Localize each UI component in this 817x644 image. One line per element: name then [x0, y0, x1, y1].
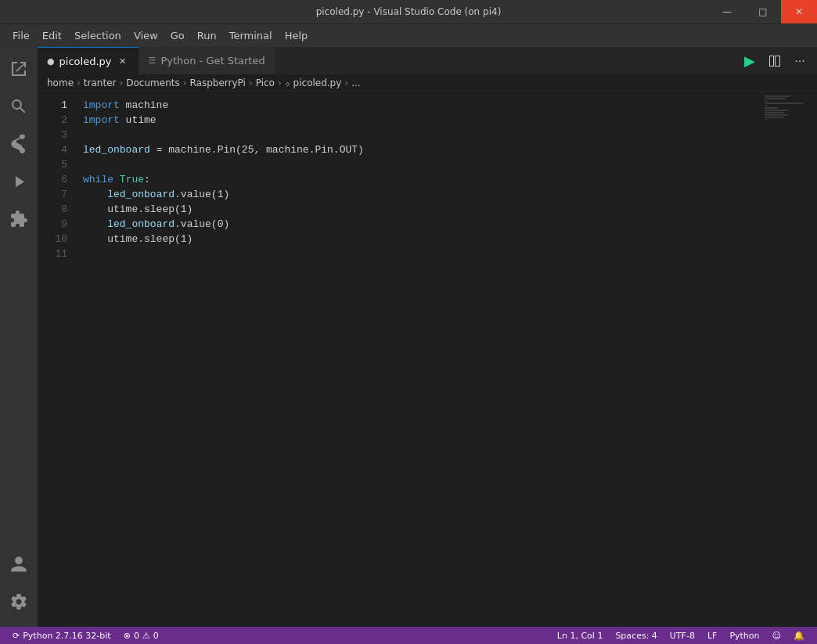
split-editor-button[interactable]: [764, 50, 786, 72]
breadcrumb: home › tranter › Documents › RaspberryPi…: [38, 74, 817, 92]
activity-bottom: [0, 545, 38, 627]
title-bar: picoled.py - Visual Studio Code (on pi4)…: [0, 0, 817, 23]
python-version-icon: ⟳: [13, 631, 20, 641]
line-num-2: 2: [38, 113, 77, 128]
breadcrumb-raspberrypi[interactable]: RaspberryPi: [190, 77, 246, 88]
menu-bar: FileEditSelectionViewGoRunTerminalHelp: [0, 23, 817, 47]
status-bell[interactable]: 🔔: [787, 627, 811, 644]
menu-item-run[interactable]: Run: [191, 27, 223, 45]
code-line-8: utime.sleep(1): [77, 202, 759, 217]
tab-python-get-started[interactable]: ☰ Python - Get Started: [139, 47, 275, 74]
code-line-3: [77, 128, 759, 142]
status-spaces[interactable]: Spaces: 4: [609, 627, 663, 644]
line-num-3: 3: [38, 128, 77, 142]
run-button[interactable]: ▶: [739, 50, 761, 72]
status-right: Ln 1, Col 1 Spaces: 4 UTF-8 LF Python ☺ …: [551, 627, 811, 644]
main-layout: ● picoled.py ✕ ☰ Python - Get Started ▶ …: [0, 47, 817, 627]
code-line-2: import utime: [77, 113, 759, 128]
tab-close-picoled[interactable]: ✕: [117, 55, 129, 67]
title-bar-text: picoled.py - Visual Studio Code (on pi4): [316, 6, 502, 17]
status-position[interactable]: Ln 1, Col 1: [551, 627, 610, 644]
line-num-9: 9: [38, 217, 77, 232]
code-line-10: utime.sleep(1): [77, 232, 759, 246]
line-num-10: 10: [38, 232, 77, 246]
line-num-4: 4: [38, 142, 77, 157]
line-num-8: 8: [38, 202, 77, 217]
code-line-9: led_onboard.value(0): [77, 217, 759, 232]
status-bar: ⟳ Python 2.7.16 32-bit ⊗ 0 ⚠ 0 Ln 1, Col…: [0, 627, 817, 644]
breadcrumb-documents[interactable]: Documents: [126, 77, 179, 88]
tab-picoled[interactable]: ● picoled.py ✕: [38, 47, 139, 74]
activity-search[interactable]: [0, 88, 38, 125]
menu-item-go[interactable]: Go: [164, 27, 191, 45]
activity-account[interactable]: [0, 545, 38, 583]
tabs-bar: ● picoled.py ✕ ☰ Python - Get Started ▶ …: [38, 47, 817, 74]
breadcrumb-file[interactable]: ⬦ picoled.py: [285, 77, 342, 88]
activity-explorer[interactable]: [0, 50, 38, 88]
menu-item-selection[interactable]: Selection: [68, 27, 128, 45]
code-line-7: led_onboard.value(1): [77, 187, 759, 202]
status-feedback[interactable]: ☺: [766, 627, 787, 644]
breadcrumb-home[interactable]: home: [47, 77, 74, 88]
status-python-version[interactable]: ⟳ Python 2.7.16 32-bit: [6, 627, 117, 644]
activity-settings[interactable]: [0, 583, 38, 621]
activity-bar: [0, 47, 38, 627]
code-line-4: led_onboard = machine.Pin(25, machine.Pi…: [77, 142, 759, 157]
line-num-5: 5: [38, 157, 77, 172]
breadcrumb-pico[interactable]: Pico: [256, 77, 275, 88]
breadcrumb-tranter[interactable]: tranter: [84, 77, 117, 88]
maximize-button[interactable]: □: [745, 0, 781, 23]
editor-content: 1 2 3 4 5 6 7 8 9 10 11 import machine i…: [38, 92, 817, 627]
menu-item-view[interactable]: View: [128, 27, 164, 45]
code-line-11: [77, 246, 759, 261]
close-button[interactable]: ✕: [781, 0, 817, 23]
menu-item-edit[interactable]: Edit: [36, 27, 68, 45]
more-actions-button[interactable]: ···: [789, 50, 811, 72]
scrollbar[interactable]: [806, 92, 817, 627]
bell-icon: 🔔: [794, 631, 804, 641]
status-errors[interactable]: ⊗ 0 ⚠ 0: [117, 627, 165, 644]
menu-item-terminal[interactable]: Terminal: [223, 27, 279, 45]
status-language[interactable]: Python: [723, 627, 765, 644]
line-num-7: 7: [38, 187, 77, 202]
code-area[interactable]: import machine import utime led_onboard …: [77, 92, 759, 627]
tab-label-picoled: picoled.py: [59, 56, 112, 67]
status-encoding[interactable]: UTF-8: [664, 627, 701, 644]
code-line-6: while True:: [77, 172, 759, 187]
line-num-1: 1: [38, 98, 77, 113]
minimap: [759, 92, 806, 627]
code-line-5: [77, 157, 759, 172]
line-num-11: 11: [38, 246, 77, 261]
tab-actions: ▶ ···: [732, 47, 817, 74]
breadcrumb-more[interactable]: ...: [351, 77, 360, 88]
menu-item-file[interactable]: File: [6, 27, 36, 45]
minimize-button[interactable]: —: [709, 0, 745, 23]
activity-extensions[interactable]: [0, 200, 38, 238]
status-line-ending[interactable]: LF: [701, 627, 723, 644]
warning-icon: ⚠: [142, 631, 150, 641]
tab-label-python: Python - Get Started: [160, 55, 265, 67]
error-icon: ⊗: [124, 631, 131, 641]
window-controls: — □ ✕: [709, 0, 817, 23]
activity-debug[interactable]: [0, 163, 38, 200]
editor-area: ● picoled.py ✕ ☰ Python - Get Started ▶ …: [38, 47, 817, 627]
activity-scm[interactable]: [0, 125, 38, 163]
line-num-6: 6: [38, 172, 77, 187]
code-line-1: import machine: [77, 98, 759, 113]
menu-item-help[interactable]: Help: [279, 27, 315, 45]
feedback-icon: ☺: [772, 631, 781, 641]
line-numbers: 1 2 3 4 5 6 7 8 9 10 11: [38, 92, 77, 627]
